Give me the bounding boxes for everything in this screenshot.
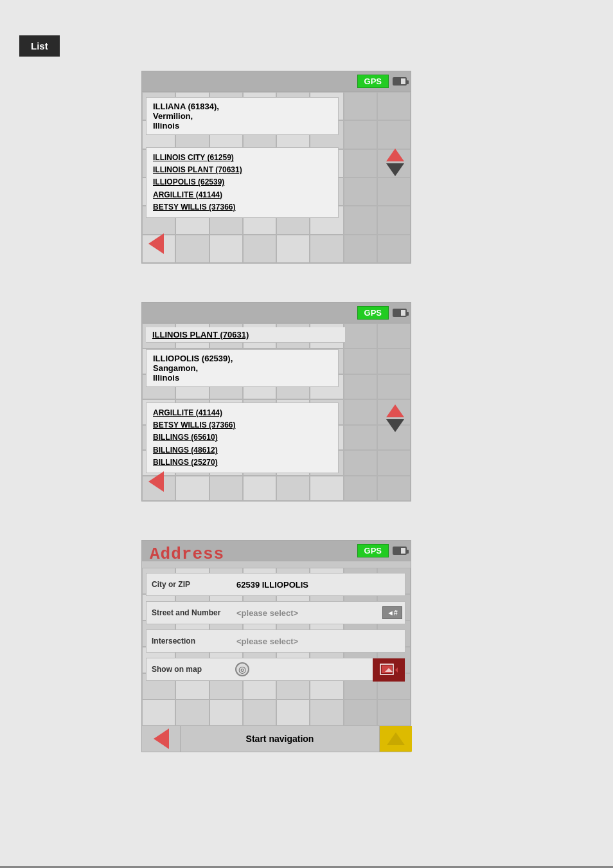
battery-icon-2 (393, 309, 407, 317)
compass-icon (235, 662, 249, 676)
list-item[interactable]: BETSY WILLIS (37366) (153, 419, 332, 431)
battery-icon-1 (393, 77, 407, 86)
list-item[interactable]: ARGILLITE (41144) (153, 189, 332, 201)
scroll-down-arrow[interactable] (386, 163, 404, 176)
list-item[interactable]: BILLINGS (48612) (153, 444, 332, 457)
list-item[interactable]: ILLINOIS PLANT (70631) (153, 164, 332, 176)
city-zip-value: 62539 ILLIOPOLIS (230, 580, 405, 590)
city-zip-label: City or ZIP (147, 580, 230, 589)
bottom-nav-bar: Start navigation (142, 726, 412, 752)
battery-icon-3 (393, 547, 407, 555)
panel-1-selected-city: ILLIANA (61834), Vermilion, Illinois (146, 97, 339, 135)
back-button[interactable] (142, 726, 181, 752)
panel-2-list-items: ARGILLITE (41144) BETSY WILLIS (37366) B… (146, 402, 339, 473)
list-item[interactable]: BILLINGS (25270) (153, 457, 332, 469)
panel-2-arrows (386, 404, 404, 432)
navigate-forward-button[interactable] (380, 726, 412, 752)
panel-2-topbar: GPS (142, 303, 411, 323)
panel-3-topbar: Address GPS (142, 541, 411, 561)
panel-3-address: Address GPS City or ZIP 62539 ILLIOPOLIS… (141, 540, 411, 752)
city-zip-row[interactable]: City or ZIP 62539 ILLIOPOLIS (146, 573, 405, 596)
gps-badge-2: GPS (357, 306, 389, 320)
list-item[interactable]: ILLINOIS CITY (61259) (153, 152, 332, 164)
panel-2: GPS ILLINOIS PLANT (70631) ILLIOPOLIS (6… (141, 302, 411, 502)
panel-1-back-arrow[interactable] (148, 233, 164, 257)
list-item[interactable]: BILLINGS (65610) (153, 431, 332, 444)
panel-1-arrows (386, 149, 404, 176)
svg-marker-3 (395, 667, 398, 673)
panel-1-topbar: GPS (142, 71, 411, 92)
show-on-map-row[interactable]: Show on map (146, 658, 405, 681)
show-on-map-label: Show on map (147, 665, 230, 674)
panel-1: GPS ILLIANA (61834), Vermilion, Illinois… (141, 71, 411, 264)
list-item[interactable]: ARGILLITE (41144) (153, 407, 332, 419)
keyboard-button[interactable]: ◄# (382, 606, 402, 619)
intersection-row[interactable]: Intersection <please select> (146, 629, 405, 653)
gps-badge-3: GPS (357, 544, 389, 557)
list-button[interactable]: List (19, 35, 60, 57)
street-value: <please select> (230, 608, 382, 618)
street-label: Street and Number (147, 608, 230, 617)
list-item[interactable]: ILLIOPOLIS (62539) (153, 176, 332, 188)
scroll-down-arrow[interactable] (386, 419, 404, 432)
street-number-row[interactable]: Street and Number <please select> ◄# (146, 601, 405, 624)
svg-rect-1 (382, 665, 392, 673)
intersection-label: Intersection (147, 637, 230, 646)
scroll-up-arrow[interactable] (386, 404, 404, 417)
panel-2-selected-header: ILLINOIS PLANT (70631) (146, 327, 345, 343)
panel-2-back-arrow[interactable] (148, 471, 164, 494)
scroll-up-arrow[interactable] (386, 149, 404, 161)
gps-badge-1: GPS (357, 75, 389, 88)
list-item[interactable]: BETSY WILLIS (37366) (153, 201, 332, 213)
panel-1-list-items: ILLINOIS CITY (61259) ILLINOIS PLANT (70… (146, 147, 339, 218)
address-title: Address (150, 545, 224, 564)
panel-2-current-city: ILLIOPOLIS (62539), Sangamon, Illinois (146, 349, 339, 387)
map-icon-button[interactable] (373, 658, 405, 682)
start-navigation-button[interactable]: Start navigation (181, 726, 380, 752)
intersection-value: <please select> (230, 637, 405, 646)
